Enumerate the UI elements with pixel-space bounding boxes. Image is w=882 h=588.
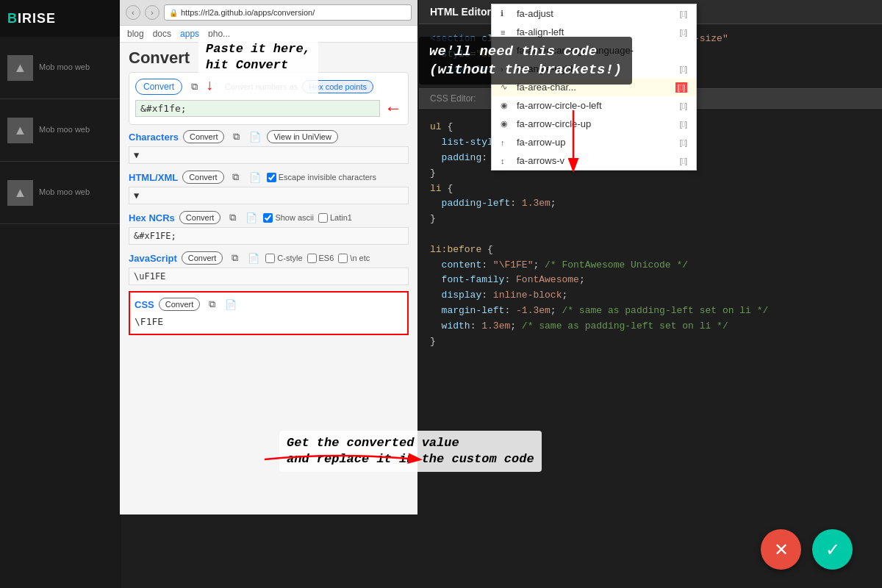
- css-line-close-before: }: [419, 334, 882, 350]
- converter-panel: ‹ › 🔒 https://rl2a.github.io/apps/conver…: [120, 0, 417, 514]
- nav-docs[interactable]: docs: [153, 29, 171, 39]
- show-ascii-checkbox[interactable]: [263, 213, 273, 223]
- html-xml-output-value: ▼: [134, 190, 139, 201]
- hex-ncrs-copy-icon[interactable]: ⧉: [225, 210, 240, 225]
- input-row: Convert ⧉ 📄 Convert numbers as Hex code …: [135, 79, 402, 95]
- dropdown-item-name-1: fa-adjust: [517, 8, 553, 19]
- fa-angle-right-icon: ›: [501, 65, 511, 74]
- fa-arrows-v-icon: ↕: [501, 157, 511, 165]
- confirm-button[interactable]: ✓: [812, 529, 853, 570]
- sidebar-brand: BIRISE: [7, 11, 56, 26]
- show-ascii-text: Show ascii: [275, 213, 314, 222]
- sidebar-item-2[interactable]: ▲ Mob moo web: [0, 99, 121, 162]
- input-section: Convert ⧉ 📄 Convert numbers as Hex code …: [129, 72, 409, 125]
- main-convert-button[interactable]: Convert: [135, 79, 182, 95]
- close-button[interactable]: ✕: [761, 529, 801, 570]
- dropdown-item-code-2: []: [680, 28, 687, 37]
- sidebar-item-icon-2: ▲: [7, 118, 33, 143]
- latin1-checkbox[interactable]: [318, 213, 328, 223]
- show-ascii-label[interactable]: Show ascii: [263, 213, 314, 223]
- css-output-value: \F1FE: [135, 316, 163, 327]
- fa-arrow-up-icon: ↑: [501, 138, 511, 147]
- file-icon[interactable]: 📄: [206, 79, 220, 94]
- dropdown-item-code-8: []: [680, 138, 687, 147]
- dropdown-item-code-4: []: [680, 65, 687, 74]
- fa-arrow-circle-up-icon: ◉: [501, 119, 511, 129]
- dropdown-item-fa-american[interactable]: A fa-american-sign-language-: [492, 41, 696, 60]
- characters-output: ▼: [129, 146, 409, 164]
- view-uniview-button[interactable]: View in UniView: [267, 130, 337, 143]
- es6-label[interactable]: ES6: [307, 254, 334, 263]
- n-etc-label[interactable]: \n etc: [338, 254, 370, 263]
- characters-file-icon[interactable]: 📄: [248, 129, 262, 144]
- css-line-width: width: 1.3em; /* same as padding-left se…: [419, 319, 882, 334]
- html-xml-convert-button[interactable]: Convert: [182, 171, 224, 184]
- dropdown-item-fa-area[interactable]: ∿ fa-area-char... []: [492, 78, 696, 96]
- c-style-label[interactable]: C-style: [265, 254, 302, 263]
- editor-html-title: HTML Editor:: [430, 6, 495, 18]
- dropdown-item-name-8: fa-arrow-up: [517, 137, 565, 148]
- es6-checkbox[interactable]: [307, 254, 317, 263]
- browser-bar: ‹ › 🔒 https://rl2a.github.io/apps/conver…: [120, 0, 417, 26]
- latin1-label[interactable]: Latin1: [318, 213, 352, 223]
- dropdown-item-fa-adjust[interactable]: ℹ fa-adjust []: [492, 4, 696, 23]
- autocomplete-dropdown: ℹ fa-adjust [] ≡ fa-align-left [] A fa…: [491, 4, 697, 171]
- html-xml-header: HTML/XML Convert ⧉ 📄 Escape invisible ch…: [129, 170, 409, 184]
- css-line-display: display: inline-block;: [419, 288, 882, 304]
- sidebar: BIRISE ▲ Mob moo web ▲ Mob moo web ▲ Mob…: [0, 0, 121, 588]
- hex-ncrs-file-icon[interactable]: 📄: [244, 210, 259, 225]
- css-convert-button[interactable]: Convert: [159, 298, 201, 311]
- hex-ncrs-convert-button[interactable]: Convert: [179, 211, 221, 224]
- sidebar-item-3[interactable]: ▲ Mob moo web: [0, 162, 121, 224]
- javascript-section: JavaScript Convert ⧉ 📄 C-style ES6 \n et…: [129, 251, 409, 285]
- html-xml-label: HTML/XML: [129, 172, 178, 183]
- dropdown-item-fa-arrow-up[interactable]: ↑ fa-arrow-up []: [492, 133, 696, 151]
- css-line-before: li:before {: [419, 243, 882, 258]
- nav-apps[interactable]: apps: [180, 29, 199, 39]
- css-line-margin-left: margin-left: -1.3em; /* same as padding-…: [419, 304, 882, 319]
- escape-label: Escape invisible characters: [279, 173, 376, 182]
- javascript-output: \uF1FE: [129, 268, 409, 285]
- fa-adjust-icon: ℹ: [501, 9, 511, 18]
- nav-photos[interactable]: pho...: [208, 29, 230, 39]
- n-etc-text: \n etc: [350, 254, 370, 262]
- escape-invisible-checkbox[interactable]: [267, 173, 276, 182]
- copy-icon[interactable]: ⧉: [187, 79, 201, 94]
- dropdown-item-fa-arrow-circle-left[interactable]: ◉ fa-arrow-circle-o-left []: [492, 96, 696, 115]
- dropdown-item-fa-arrow-circle-up[interactable]: ◉ fa-arrow-circle-up []: [492, 115, 696, 133]
- css-line-li: li {: [419, 182, 882, 197]
- escape-checkbox-label[interactable]: Escape invisible characters: [267, 173, 376, 182]
- converter-title: Convert: [129, 49, 409, 68]
- css-line-content: content: "\F1FE"; /* FontAwesome Unicode…: [419, 258, 882, 273]
- css-file-icon[interactable]: 📄: [223, 297, 238, 312]
- browser-forward[interactable]: ›: [145, 5, 159, 20]
- css-section: CSS Convert ⧉ 📄 \F1FE: [129, 291, 409, 335]
- dropdown-item-code-5-highlighted: []: [675, 82, 687, 93]
- browser-back[interactable]: ‹: [126, 5, 140, 20]
- main-input[interactable]: [135, 100, 380, 117]
- characters-header: Characters Convert ⧉ 📄 View in UniView: [129, 129, 409, 144]
- dropdown-item-name-4: fa-angle-right: [517, 63, 573, 74]
- nav-blog[interactable]: blog: [127, 29, 144, 39]
- sidebar-item-text-2: Mob moo web: [39, 124, 90, 135]
- javascript-file-icon[interactable]: 📄: [246, 251, 261, 265]
- dropdown-item-fa-angle-right[interactable]: › fa-angle-right []: [492, 60, 696, 78]
- sidebar-item-1[interactable]: ▲ Mob moo web: [0, 37, 121, 99]
- javascript-convert-button[interactable]: Convert: [182, 251, 223, 265]
- dropdown-item-name-3: fa-american-sign-language-: [517, 45, 634, 56]
- dropdown-item-fa-align-left[interactable]: ≡ fa-align-left []: [492, 23, 696, 41]
- dropdown-item-fa-arrows-v[interactable]: ↕ fa-arrows-v []: [492, 151, 696, 170]
- css-copy-icon[interactable]: ⧉: [204, 297, 219, 312]
- characters-output-value: ▼: [134, 150, 139, 160]
- html-xml-copy-icon[interactable]: ⧉: [229, 170, 243, 184]
- hex-badge[interactable]: Hex code points: [302, 80, 373, 93]
- n-etc-checkbox[interactable]: [338, 254, 348, 263]
- html-xml-file-icon[interactable]: 📄: [248, 170, 262, 184]
- css-editor-label: CSS Editor:: [430, 93, 476, 104]
- characters-copy-icon[interactable]: ⧉: [229, 129, 243, 144]
- css-line-padding-left: padding-left: 1.3em;: [419, 196, 882, 212]
- javascript-copy-icon[interactable]: ⧉: [227, 251, 242, 265]
- characters-convert-button[interactable]: Convert: [183, 130, 225, 143]
- html-xml-section: HTML/XML Convert ⧉ 📄 Escape invisible ch…: [129, 170, 409, 204]
- c-style-checkbox[interactable]: [265, 254, 275, 263]
